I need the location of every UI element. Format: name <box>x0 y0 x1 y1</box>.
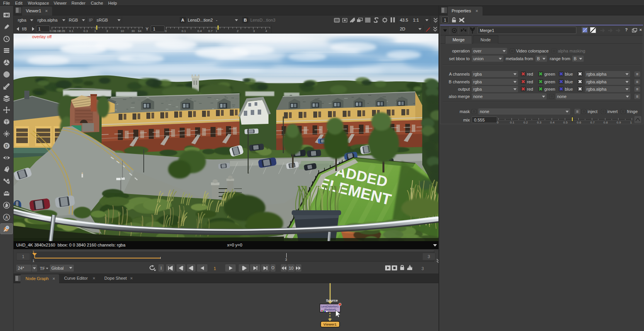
svg-text:A: A <box>5 215 8 220</box>
svg-text:LensDistortion1: LensDistortion1 <box>321 305 339 308</box>
svg-text:D: D <box>5 144 8 148</box>
svg-text:Source: Source <box>326 299 338 302</box>
svg-text:(Redistort): (Redistort) <box>324 308 336 311</box>
svg-text:Viewer1: Viewer1 <box>323 323 336 326</box>
